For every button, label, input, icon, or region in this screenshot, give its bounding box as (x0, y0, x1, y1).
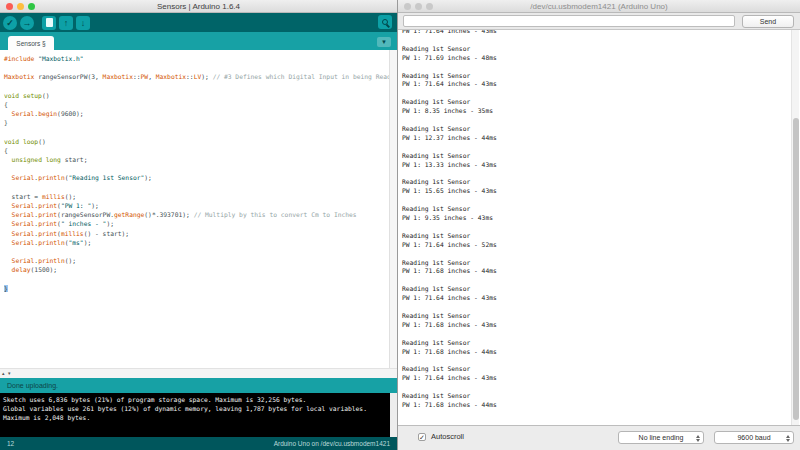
serial-send-row: Send (398, 13, 800, 30)
ide-tabbar: Sensors § ▼ (0, 32, 397, 50)
check-icon: ✓ (6, 18, 14, 28)
verify-button[interactable]: ✓ (3, 16, 17, 30)
serial-bottombar: ✓ Autoscroll No line ending 9600 baud (398, 425, 800, 450)
code-editor[interactable]: #include "Maxbotix.h" Maxbotix rangeSens… (0, 50, 397, 368)
right-arrow-icon: → (23, 18, 32, 28)
chevron-down-icon: ▼ (381, 39, 387, 45)
magnifier-icon (382, 19, 388, 25)
line-ending-value: No line ending (639, 434, 684, 441)
serial-output: PW 1: 71.64 inches - 43ms Reading 1st Se… (398, 30, 792, 425)
serial-scrollbar[interactable] (791, 30, 799, 425)
ide-toolbar: ✓ → ↑ ↓ (0, 13, 397, 32)
down-arrow-icon: ↓ (81, 18, 86, 28)
console-output: Sketch uses 6,836 bytes (21%) of program… (0, 393, 397, 437)
save-sketch-button[interactable]: ↓ (76, 16, 90, 30)
ide-titlebar[interactable]: Sensors | Arduino 1.6.4 (0, 0, 397, 13)
ide-window-title: Sensors | Arduino 1.6.4 (0, 2, 397, 11)
console-scrollbar[interactable] (390, 393, 397, 437)
autoscroll-label: Autoscroll (431, 432, 464, 441)
tab-sensors[interactable]: Sensors § (8, 36, 54, 50)
sketch-code: #include "Maxbotix.h" Maxbotix rangeSens… (4, 54, 391, 293)
line-number: 12 (7, 440, 14, 447)
stepper-arrows-icon (696, 435, 700, 442)
editor-horizontal-scrollbar[interactable]: ▴ ▾ (0, 368, 397, 378)
send-button[interactable]: Send (742, 15, 794, 28)
board-port-label: Arduino Uno on /dev/cu.usbmodem1421 (274, 440, 390, 447)
serial-monitor-button[interactable] (378, 15, 392, 29)
serial-input-field[interactable] (403, 15, 735, 27)
serial-titlebar[interactable]: /dev/cu.usbmodem1421 (Arduino Uno) (398, 0, 800, 13)
upload-button[interactable]: → (20, 16, 34, 30)
window-serial-monitor: /dev/cu.usbmodem1421 (Arduino Uno) Send … (397, 0, 800, 450)
stepper-arrows-icon (786, 435, 790, 442)
tab-menu-button[interactable]: ▼ (377, 37, 391, 47)
autoscroll-control[interactable]: ✓ Autoscroll (418, 432, 464, 441)
status-notice-bar: Done uploading. (0, 378, 397, 393)
editor-vertical-scrollbar[interactable] (389, 50, 397, 368)
scroll-arrows-icon: ▴ ▾ (2, 370, 11, 376)
autoscroll-checkbox[interactable]: ✓ (418, 433, 426, 441)
scrollbar-thumb[interactable] (793, 118, 799, 420)
document-icon (46, 18, 53, 27)
open-sketch-button[interactable]: ↑ (59, 16, 73, 30)
ide-statusbar: 12 Arduino Uno on /dev/cu.usbmodem1421 (0, 437, 397, 450)
up-arrow-icon: ↑ (64, 18, 69, 28)
baud-rate-dropdown[interactable]: 9600 baud (714, 431, 794, 444)
baud-rate-value: 9600 baud (737, 434, 770, 441)
line-ending-dropdown[interactable]: No line ending (618, 431, 704, 444)
window-arduino-ide: Sensors | Arduino 1.6.4 ✓ → ↑ ↓ Sensor (0, 0, 397, 450)
serial-window-title: /dev/cu.usbmodem1421 (Arduino Uno) (398, 2, 800, 11)
desktop: Sensors | Arduino 1.6.4 ✓ → ↑ ↓ Sensor (0, 0, 800, 450)
new-sketch-button[interactable] (42, 16, 56, 30)
